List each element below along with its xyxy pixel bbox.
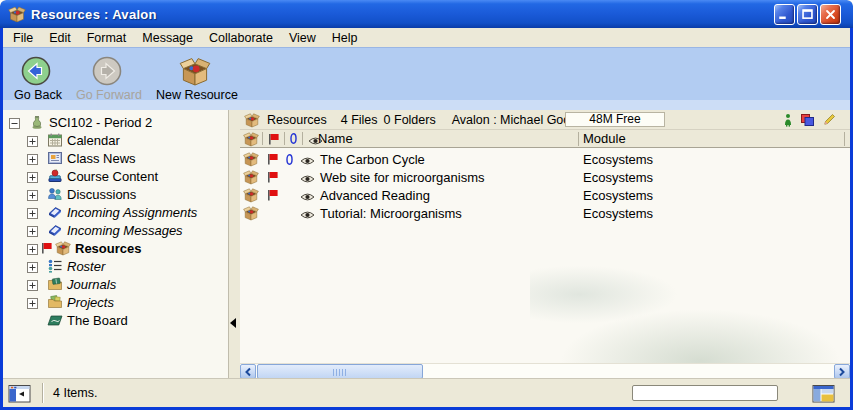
tree-item-label: SCI102 - Period 2	[49, 115, 152, 130]
column-divider	[302, 132, 303, 145]
go-back-button[interactable]: Go Back	[9, 54, 67, 103]
toggle-tree-panel-icon[interactable]	[8, 383, 32, 404]
scroll-right-button[interactable]	[834, 364, 850, 379]
go-back-label: Go Back	[14, 88, 62, 102]
course-tree-panel: SCI102 - Period 2CalendarClass NewsCours…	[3, 110, 229, 378]
preview-eye-icon[interactable]	[300, 154, 315, 164]
close-button[interactable]	[820, 4, 841, 25]
collapse-expander-icon[interactable]	[9, 117, 20, 128]
menu-format[interactable]: Format	[79, 30, 135, 46]
flag-icon	[40, 241, 53, 255]
tree-item-class-news[interactable]: Class News	[3, 149, 228, 167]
resource-module: Ecosystems	[583, 170, 653, 185]
go-forward-button[interactable]: Go Forward	[71, 54, 147, 103]
menu-edit[interactable]: Edit	[41, 30, 79, 46]
column-divider	[262, 132, 263, 145]
attachment-column-icon[interactable]	[289, 132, 298, 145]
horizontal-scrollbar[interactable]	[240, 363, 850, 378]
incoming-assignments-icon	[47, 204, 63, 220]
course-content-icon	[47, 168, 63, 184]
tree-item-incoming-messages[interactable]: Incoming Messages	[3, 221, 228, 239]
collapse-panel-arrow-icon[interactable]	[230, 318, 236, 328]
tree-item-course-content[interactable]: Course Content	[3, 167, 228, 185]
preview-eye-icon[interactable]	[300, 190, 315, 200]
attachment-placeholder	[285, 171, 294, 184]
tree-item-calendar[interactable]: Calendar	[3, 131, 228, 149]
flag-placeholder	[266, 206, 279, 220]
menu-view[interactable]: View	[281, 30, 324, 46]
preview-eye-icon[interactable]	[300, 172, 315, 182]
resource-row-web-site-for-microorganisms[interactable]: Web site for microorganismsEcosystems	[240, 168, 850, 186]
resource-module: Ecosystems	[583, 152, 653, 167]
scrollbar-thumb[interactable]	[257, 364, 423, 379]
class-news-icon	[47, 150, 63, 166]
layout-toggle-icon[interactable]	[812, 383, 836, 404]
tree-item-journals[interactable]: Journals	[3, 275, 228, 293]
user-icon[interactable]	[783, 113, 793, 127]
list-column-header: Name Module	[240, 130, 850, 148]
class-icon	[29, 114, 45, 130]
tree-item-label: Course Content	[67, 169, 158, 184]
menu-message[interactable]: Message	[134, 30, 201, 46]
expand-expander-icon[interactable]	[27, 153, 38, 164]
projects-icon	[47, 294, 63, 310]
layers-icon[interactable]	[800, 113, 815, 127]
resource-name: Tutorial: Microorganisms	[320, 206, 462, 221]
scroll-left-button[interactable]	[240, 364, 256, 379]
titlebar[interactable]: Resources : Avalon	[0, 0, 853, 28]
calendar-icon	[47, 132, 63, 148]
column-divider	[578, 132, 579, 146]
expand-expander-icon[interactable]	[27, 225, 38, 236]
menubar: FileEditFormatMessageCollaborateViewHelp	[3, 28, 850, 47]
expand-expander-icon[interactable]	[27, 261, 38, 272]
expand-expander-icon[interactable]	[27, 243, 38, 254]
preview-eye-icon[interactable]	[300, 208, 315, 218]
new-resource-icon	[179, 55, 211, 87]
flag-icon	[266, 170, 279, 184]
expand-expander-icon[interactable]	[27, 279, 38, 290]
panel-title: Resources	[267, 113, 327, 127]
tree-item-projects[interactable]: Projects	[3, 293, 228, 311]
expand-expander-icon[interactable]	[27, 171, 38, 182]
toolbar: Go BackGo ForwardNew Resource	[3, 47, 850, 110]
tree-item-label: Incoming Messages	[67, 223, 183, 238]
resource-box-column-icon[interactable]	[243, 131, 259, 147]
expand-expander-icon[interactable]	[27, 207, 38, 218]
expand-expander-icon[interactable]	[27, 297, 38, 308]
tree-item-roster[interactable]: Roster	[3, 257, 228, 275]
expand-expander-icon[interactable]	[27, 189, 38, 200]
column-divider	[284, 132, 285, 145]
tree-item-label: Discussions	[67, 187, 136, 202]
tree-item-the-board[interactable]: The Board	[3, 311, 228, 329]
tree-item-resources[interactable]: Resources	[3, 239, 228, 257]
menu-file[interactable]: File	[5, 30, 41, 46]
board-icon	[47, 312, 63, 328]
resource-row-advanced-reading[interactable]: Advanced ReadingEcosystems	[240, 186, 850, 204]
minimize-button[interactable]	[774, 4, 795, 25]
resource-row-the-carbon-cycle[interactable]: The Carbon CycleEcosystems	[240, 150, 850, 168]
menu-collaborate[interactable]: Collaborate	[201, 30, 281, 46]
maximize-button[interactable]	[797, 4, 818, 25]
menu-help[interactable]: Help	[324, 30, 366, 46]
resource-box-icon	[244, 112, 260, 128]
resource-box-icon	[243, 187, 259, 203]
flag-column-icon[interactable]	[267, 132, 280, 146]
edit-pencil-icon[interactable]	[822, 113, 836, 127]
tree-item-discussions[interactable]: Discussions	[3, 185, 228, 203]
new-resource-button[interactable]: New Resource	[151, 54, 243, 103]
tree-item-label: Roster	[67, 259, 105, 274]
tree-item-label: Class News	[67, 151, 136, 166]
item-count-text: 4 Items.	[53, 386, 97, 400]
expand-expander-icon[interactable]	[27, 135, 38, 146]
statusbar: 4 Items.	[3, 378, 850, 407]
panel-splitter[interactable]	[230, 110, 240, 378]
tree-item-label: Journals	[67, 277, 116, 292]
tree-item-sci102-period-2[interactable]: SCI102 - Period 2	[3, 113, 228, 131]
column-module-header[interactable]: Module	[583, 131, 626, 146]
resource-row-tutorial-microorganisms[interactable]: Tutorial: MicroorganismsEcosystems	[240, 204, 850, 222]
tree-item-incoming-assignments[interactable]: Incoming Assignments	[3, 203, 228, 221]
resource-name: Web site for microorganisms	[320, 170, 484, 185]
app-resource-box-icon	[8, 5, 26, 23]
column-name-header[interactable]: Name	[318, 131, 353, 146]
incoming-messages-icon	[47, 222, 63, 238]
